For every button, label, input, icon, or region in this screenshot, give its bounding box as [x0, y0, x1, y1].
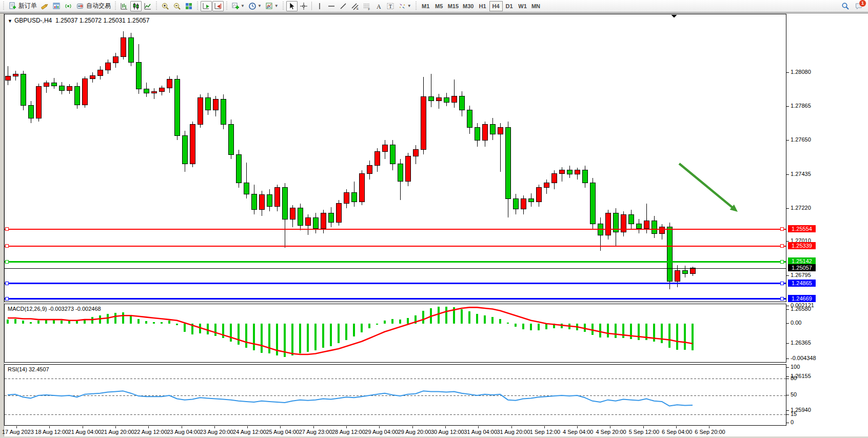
price-axis-label: 1.27650	[791, 136, 811, 143]
timeframe-button-M1[interactable]: M1	[419, 1, 432, 11]
timeframe-button-H4[interactable]: H4	[489, 1, 503, 11]
line-handle[interactable]	[5, 297, 8, 301]
arrows-button[interactable]: ▼	[397, 1, 413, 11]
time-axis-label: 31 Aug 04:00	[464, 429, 497, 435]
candle	[128, 37, 133, 62]
profiles-button[interactable]	[51, 1, 62, 11]
toolbar-grip[interactable]	[155, 2, 158, 11]
candle	[267, 195, 272, 207]
chart-shift-marker[interactable]	[672, 15, 677, 18]
window-left-edge	[0, 13, 4, 438]
fibonacci-button[interactable]: F	[361, 1, 372, 11]
toolbar-grip[interactable]	[415, 2, 418, 11]
toolbar-grip[interactable]	[282, 2, 285, 11]
candle	[667, 227, 672, 282]
candle	[575, 170, 580, 174]
candle	[451, 96, 457, 102]
rsi-panel[interactable]: RSI(14) 32.4507	[4, 364, 786, 426]
new-order-button[interactable]: 新订单	[7, 1, 38, 11]
notification-badge: 1	[859, 0, 866, 7]
line-handle[interactable]	[5, 260, 8, 263]
candle	[567, 170, 572, 174]
price-axis-label: 1.28080	[791, 69, 811, 75]
line-handle[interactable]	[780, 228, 783, 231]
zoom-in-button[interactable]	[160, 1, 171, 11]
time-axis-label: 1 Sep 12:00	[530, 429, 560, 435]
price-chart-panel[interactable]: ▼GBPUSD-,H4 1.25037 1.25072 1.25031 1.25…	[4, 14, 786, 302]
time-axis-label: 29 Aug 20:00	[398, 429, 431, 435]
chart-shift-icon	[214, 2, 222, 10]
chart-dropdown-icon[interactable]: ▼	[8, 18, 12, 24]
line-handle[interactable]	[780, 282, 783, 285]
time-axis-label: 21 Aug 20:00	[101, 429, 134, 435]
macd-panel[interactable]: MACD(12,26,9) -0.003273 -0.002468	[4, 304, 786, 363]
equidistant-channel-button[interactable]: E	[349, 1, 361, 11]
candle	[551, 173, 557, 183]
line-handle[interactable]	[5, 228, 8, 231]
notifications-button[interactable]: 1	[855, 2, 863, 10]
candle	[628, 214, 634, 224]
candle	[521, 198, 526, 209]
timeframe-button-D1[interactable]: D1	[503, 1, 516, 11]
toolbar-grip[interactable]	[225, 2, 228, 11]
signal-button[interactable]	[63, 1, 74, 11]
chart-shift-button[interactable]	[212, 1, 224, 11]
candlestick-chart-button[interactable]	[130, 1, 142, 11]
periods-button[interactable]: ▼	[247, 1, 263, 11]
timeframe-button-MN[interactable]: MN	[529, 1, 543, 11]
line-handle[interactable]	[5, 245, 8, 248]
candle	[151, 91, 156, 93]
line-handle[interactable]	[780, 260, 783, 263]
tile-windows-button[interactable]	[183, 1, 194, 11]
styler-button[interactable]	[39, 1, 50, 11]
line-handle[interactable]	[780, 297, 783, 301]
tile-windows-icon	[185, 2, 193, 10]
candle	[559, 170, 564, 173]
time-axis-tick	[544, 426, 545, 428]
line-handle[interactable]	[5, 282, 8, 285]
cursor-button[interactable]	[286, 1, 298, 11]
timeframe-button-M30[interactable]: M30	[461, 1, 476, 11]
price-axis-label: 100	[791, 364, 800, 370]
price-axis-label: 15	[791, 411, 797, 417]
search-icon[interactable]	[841, 2, 850, 10]
profiles-icon	[52, 2, 61, 10]
text-label-button[interactable]: T	[385, 1, 396, 11]
toolbar-grip[interactable]	[2, 2, 5, 11]
line-handle[interactable]	[780, 245, 783, 248]
templates-button[interactable]: ▼	[264, 1, 280, 11]
vertical-line-button[interactable]	[314, 1, 325, 11]
auto-trading-button[interactable]: 自动交易	[74, 1, 112, 11]
timeframe-button-W1[interactable]: W1	[516, 1, 529, 11]
axis-tick	[786, 367, 789, 368]
crosshair-button[interactable]	[298, 1, 309, 11]
dropdown-caret-icon: ▼	[274, 4, 279, 8]
timeframe-button-M5[interactable]: M5	[432, 1, 446, 11]
time-axis-tick	[643, 426, 644, 428]
bar-chart-button[interactable]	[119, 1, 130, 11]
horizontal-line-button[interactable]	[326, 1, 337, 11]
candle	[259, 195, 264, 210]
indicators-button[interactable]: ▼	[230, 1, 246, 11]
templates-icon	[265, 2, 273, 10]
auto-scroll-button[interactable]	[201, 1, 212, 11]
toolbar-grip[interactable]	[196, 2, 199, 11]
timeframe-button-H1[interactable]: H1	[476, 1, 489, 11]
price-axis-label: 1.26365	[791, 340, 811, 346]
time-axis-tick	[16, 426, 17, 428]
trendline-button[interactable]	[338, 1, 349, 11]
axis-tick	[786, 323, 789, 324]
price-axis[interactable]: 1.280801.278651.276501.274351.272201.270…	[786, 14, 868, 426]
timeframe-button-M15[interactable]: M15	[446, 1, 461, 11]
zoom-out-button[interactable]	[171, 1, 183, 11]
macd-signal-line	[8, 307, 693, 354]
toolbar-grip[interactable]	[114, 2, 117, 11]
time-axis[interactable]: 17 Aug 202318 Aug 12:0021 Aug 04:0021 Au…	[4, 426, 804, 436]
time-axis-tick	[478, 426, 479, 428]
line-chart-icon	[144, 2, 152, 10]
text-button[interactable]: A	[373, 1, 384, 11]
trend-arrow-annotation[interactable]	[679, 164, 734, 209]
line-chart-button[interactable]	[142, 1, 153, 11]
candle	[44, 83, 49, 87]
candle	[82, 78, 87, 105]
